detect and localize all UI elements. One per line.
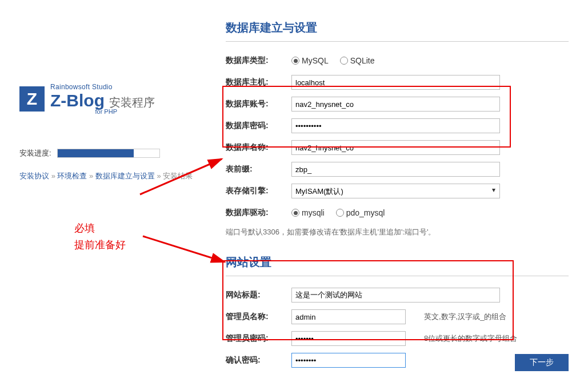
radio-icon (340, 57, 348, 65)
db-driver-mysqli[interactable]: mysqli (291, 208, 325, 217)
site-section-title: 网站设置 (226, 254, 569, 276)
db-name-input[interactable] (291, 140, 500, 155)
db-type-mysql[interactable]: MySQL (291, 56, 329, 65)
site-title-input[interactable] (291, 288, 500, 303)
db-type-label: 数据库类型: (226, 55, 291, 66)
db-name-label: 数据库名称: (226, 142, 291, 153)
db-section-title: 数据库建立与设置 (226, 20, 569, 42)
db-type-sqlite[interactable]: SQLite (340, 56, 375, 65)
arrow-icon (140, 233, 231, 268)
logo-main: Z-Blog (50, 91, 105, 110)
db-engine-select[interactable]: MyISAM(默认) (291, 184, 500, 198)
annotation-line1: 必填 (74, 220, 126, 237)
annotation-text: 必填 提前准备好 (74, 220, 126, 253)
site-title-label: 网站标题: (226, 290, 291, 300)
svg-line-1 (143, 236, 225, 262)
progress-bar (57, 149, 160, 158)
db-host-label: 数据库主机: (226, 77, 291, 87)
db-prefix-label: 表前缀: (226, 164, 291, 174)
progress: 安装进度: (19, 148, 214, 158)
annotation-line2: 提前准备好 (74, 237, 126, 253)
radio-icon (291, 57, 299, 65)
progress-fill (58, 149, 134, 157)
db-host-input[interactable] (291, 75, 500, 90)
breadcrumb-step3[interactable]: 数据库建立与设置 (95, 172, 155, 180)
db-user-input[interactable] (291, 97, 500, 112)
admin-pwd2-label: 确认密码: (226, 355, 291, 365)
admin-pwd-hint: 8位或更长的数字或字母组合 (424, 333, 517, 344)
logo: Z Rainbowsoft Studio Z-Blog 安装程序 for PHP (19, 83, 214, 115)
db-port-note: 端口号默认3306，如需要修改请在'数据库主机'里追加':端口号'。 (226, 227, 569, 237)
db-prefix-input[interactable] (291, 162, 500, 177)
radio-icon (291, 209, 299, 217)
sidebar: Z Rainbowsoft Studio Z-Blog 安装程序 for PHP… (19, 83, 214, 181)
db-driver-label: 数据库驱动: (226, 208, 291, 218)
next-button[interactable]: 下一步 (515, 354, 569, 371)
db-user-label: 数据库账号: (226, 99, 291, 109)
admin-name-label: 管理员名称: (226, 312, 291, 322)
radio-icon (336, 209, 344, 217)
logo-mark: Z (19, 86, 45, 112)
breadcrumb: 安装协议 » 环境检查 » 数据库建立与设置 » 安装结果 (19, 171, 214, 181)
db-engine-label: 表存储引擎: (226, 186, 291, 196)
progress-label: 安装进度: (19, 148, 51, 158)
db-pwd-label: 数据库密码: (226, 121, 291, 131)
db-driver-pdo[interactable]: pdo_mysql (336, 208, 385, 217)
main: 数据库建立与设置 数据库类型: MySQL SQLite 数据库主机: 数据库账… (226, 20, 569, 375)
breadcrumb-step4: 安装结果 (163, 172, 193, 180)
admin-pwd2-input[interactable] (291, 353, 406, 368)
admin-name-hint: 英文,数字,汉字或_的组合 (424, 312, 506, 322)
logo-studio: Rainbowsoft Studio (50, 83, 155, 91)
admin-name-input[interactable] (291, 309, 406, 324)
breadcrumb-step1[interactable]: 安装协议 (19, 172, 49, 180)
logo-forphp: for PHP (50, 108, 155, 115)
db-pwd-input[interactable] (291, 118, 500, 133)
breadcrumb-step2[interactable]: 环境检查 (57, 172, 87, 180)
admin-pwd-input[interactable] (291, 331, 406, 346)
admin-pwd-label: 管理员密码: (226, 333, 291, 344)
